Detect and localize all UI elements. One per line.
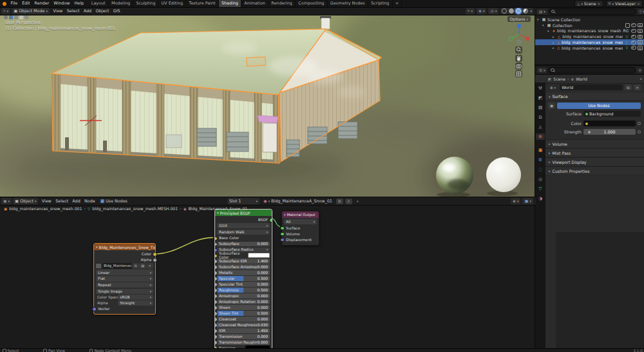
outliner-filter-button[interactable]: ▽▾ (638, 9, 644, 14)
value-slider[interactable]: Transmission0.000 (217, 334, 270, 339)
input-row-subsurface[interactable]: Subsurface0.000 (217, 242, 270, 247)
value-slider[interactable]: Clearcoat Roughness0.030 (217, 322, 270, 328)
outliner-row[interactable]: ▾▦Scene Collection (535, 17, 644, 23)
disable-render-icon[interactable] (638, 40, 643, 44)
value-slider[interactable]: Specular0.500 (217, 276, 270, 281)
properties-tab-scene[interactable]: ◬ (536, 124, 545, 130)
outliner-row[interactable]: ▾▦Collection (535, 23, 644, 28)
shader-menu-select[interactable]: Select (53, 199, 70, 204)
world-color-swatch[interactable] (583, 121, 636, 126)
value-slider[interactable]: Subsurface Anisotropy0.000 (217, 264, 270, 269)
input-row-specular-tint[interactable]: Specular Tint0.000 (217, 282, 270, 287)
topbar-menu-file[interactable]: File (8, 0, 20, 7)
outliner-row[interactable]: ▸△bldg_maintenances_snow_mesh.001▽ (535, 39, 644, 45)
input-row-sheen-tint[interactable]: Sheen Tint0.500 (217, 311, 270, 316)
disclosure-icon[interactable]: ▾ (542, 23, 545, 27)
workspace-tab-modeling[interactable]: Modeling (109, 0, 133, 7)
outliner-row[interactable]: ▾+bldg_maintenances_snow_mesh_ROOT (535, 28, 644, 34)
distribution-dropdown[interactable]: GGX▾ (217, 223, 270, 228)
alpha-mode-row[interactable]: Alpha Straight▾ (96, 300, 153, 306)
material-slot-selector[interactable]: Slot 1▾ (227, 198, 260, 204)
socket-row-bsdf[interactable]: BSDF (217, 217, 270, 222)
color-space-row[interactable]: Color Space sRGB▾ (96, 295, 153, 300)
exclude-checkbox[interactable] (625, 23, 630, 28)
viewport-3d[interactable]: User Perspective (1) Collection | bldg_m… (0, 15, 535, 197)
shading-wireframe-icon[interactable] (502, 8, 507, 14)
viewport-menu-gis[interactable]: GIS (111, 8, 122, 14)
scene-selector[interactable]: ◬ ▾ Scene × (574, 0, 603, 7)
viewport-menu-view[interactable]: View (51, 8, 65, 14)
node-principled-bsdf[interactable]: ▾ Principled BSDF BSDF GGX▾ Random Walk▾… (214, 209, 272, 348)
input-row-subsurface-color[interactable]: Subsurface Color (217, 253, 270, 259)
camera-view-icon[interactable] (515, 63, 522, 70)
scale-tool-icon[interactable] (24, 15, 28, 19)
node-canvas[interactable]: ▣ bldg_maintenances_snow_mesh.001 › ▽ bl… (0, 204, 535, 348)
topbar-menu-window[interactable]: Window (52, 0, 72, 7)
hide-eye-icon[interactable] (631, 29, 636, 33)
value-slider[interactable]: Roughness0.500 (217, 288, 270, 293)
disable-render-icon[interactable] (638, 23, 643, 28)
value-slider[interactable]: Transmission Roughness0.000 (217, 340, 270, 345)
animate-decorator-icon[interactable] (638, 130, 641, 133)
properties-tab-object-data[interactable]: ▽ (536, 186, 545, 192)
color-swatch[interactable] (248, 253, 270, 258)
workspace-tab-compositing[interactable]: Compositing (296, 0, 327, 7)
socket-row-alpha[interactable]: Alpha (96, 257, 153, 262)
breadcrumb-world[interactable]: World (576, 77, 587, 81)
input-row-clearcoat[interactable]: Clearcoat0.000 (217, 317, 270, 322)
bsdf-output-socket[interactable] (269, 218, 272, 222)
outliner-search-input[interactable] (549, 8, 636, 15)
active-tool-icons[interactable] (4, 15, 28, 19)
vector-input-socket[interactable] (92, 307, 97, 311)
options-dropdown[interactable]: Options▾ (507, 16, 531, 22)
workspace-tab-shading[interactable]: Shading (219, 0, 242, 7)
panel-header-custom-properties[interactable]: ▸Custom Properties (545, 166, 644, 175)
duplicate-image-button[interactable]: ⧉ (132, 263, 139, 269)
workspace-tab-layout[interactable]: Layout (89, 0, 109, 7)
transform-orientation-button[interactable]: ⌖▾ (466, 8, 475, 14)
socket-row-vector[interactable]: Vector (96, 306, 153, 311)
editor-type-button[interactable]: ☰▾ (537, 68, 547, 73)
disable-render-icon[interactable] (638, 35, 643, 39)
workspace-tab--[interactable]: + (393, 0, 402, 7)
input-row-anisotropic[interactable]: Anisotropic0.000 (217, 293, 270, 298)
pan-hand-icon[interactable] (515, 55, 522, 62)
unlink-world-button[interactable]: × (634, 84, 641, 90)
hide-eye-icon[interactable] (631, 46, 636, 50)
input-row-roughness[interactable]: Roughness0.500 (217, 288, 270, 293)
properties-tab-render[interactable]: ◩ (536, 95, 545, 101)
input-row-volume[interactable]: Volume (284, 231, 317, 237)
properties-tab-view-layer[interactable]: ⧉ (536, 114, 545, 121)
input-row-base-color[interactable]: Base Color (217, 236, 270, 241)
duplicate-material-button[interactable]: ⧉ (336, 199, 343, 204)
editor-type-button[interactable]: ⌗ ▾ (1, 8, 10, 14)
input-row-anisotropic-rotation[interactable]: Anisotropic Rotation0.000 (217, 299, 270, 304)
properties-tab-object[interactable]: ▣ (536, 147, 545, 153)
properties-filter-button[interactable]: ▾ (637, 68, 643, 73)
animate-decorator-icon[interactable] (638, 122, 641, 125)
input-row-ior[interactable]: IOR1.450 (217, 328, 270, 333)
properties-tab-material[interactable]: ◑ (536, 195, 545, 202)
unlink-image-button[interactable]: × (146, 263, 153, 269)
disclosure-icon[interactable]: ▸ (553, 35, 556, 39)
outliner-display-mode[interactable]: ▤▾ (537, 9, 547, 14)
disable-render-icon[interactable] (638, 46, 643, 50)
value-slider[interactable]: Clearcoat0.000 (217, 317, 270, 322)
alpha-output-socket[interactable] (153, 258, 157, 262)
hide-eye-icon[interactable] (631, 35, 636, 39)
input-row-clearcoat-roughness[interactable]: Clearcoat Roughness0.030 (217, 322, 270, 328)
select-box-tool-icon[interactable] (9, 15, 13, 19)
input-row-transmission-roughness[interactable]: Transmission Roughness0.000 (217, 340, 270, 345)
properties-tab-output[interactable]: ▤ (536, 104, 545, 111)
disclosure-icon[interactable]: ▸ (553, 41, 555, 44)
output-target-dropdown[interactable]: All▾ (284, 219, 317, 224)
properties-tab-constraints[interactable]: ◎ (536, 176, 545, 182)
use-nodes-button[interactable]: Use Nodes (557, 103, 641, 109)
node-material-output[interactable]: ▾ Material Output All▾ SurfaceVolumeDisp… (281, 211, 319, 246)
properties-tab-modifiers[interactable]: ⚙ (536, 157, 545, 163)
shading-rendered-icon[interactable] (523, 8, 528, 14)
value-slider[interactable]: Subsurface IOR1.400 (217, 259, 270, 264)
use-nodes-checkbox[interactable]: ✓ Use Nodes (99, 198, 129, 204)
unlink-scene-icon[interactable]: × (598, 1, 601, 6)
blender-logo-icon[interactable] (3, 2, 6, 6)
